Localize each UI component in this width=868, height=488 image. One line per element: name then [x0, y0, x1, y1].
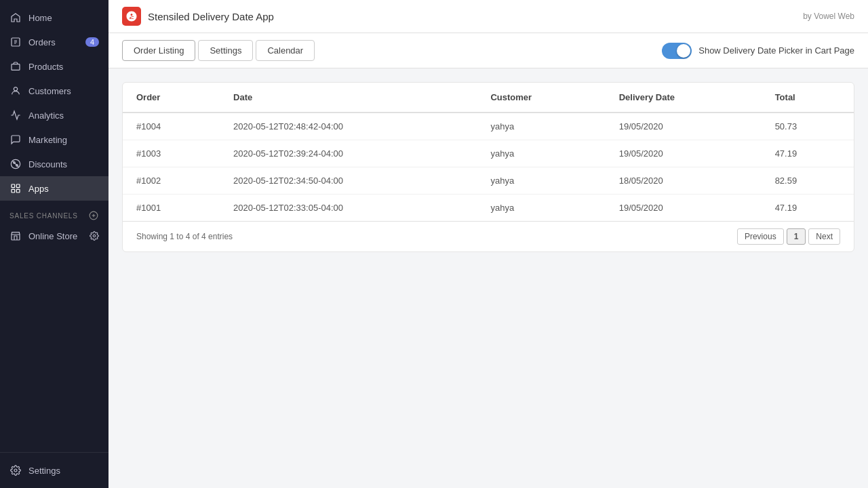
- store-settings-icon[interactable]: [90, 231, 99, 241]
- cell-order: #1002: [123, 167, 220, 195]
- sidebar-bottom: Settings: [0, 452, 108, 488]
- cell-total: 47.19: [762, 195, 854, 222]
- orders-badge: 4: [85, 37, 99, 47]
- sidebar-label-analytics: Analytics: [28, 110, 64, 121]
- sidebar-label-home: Home: [28, 13, 52, 23]
- sidebar-item-online-store[interactable]: Online Store: [0, 224, 108, 248]
- cell-total: 47.19: [762, 140, 854, 167]
- tabs-row: Order Listing Settings Calendar Show Del…: [108, 33, 868, 68]
- add-sales-channel-icon[interactable]: [88, 210, 99, 221]
- cell-total: 82.59: [762, 167, 854, 195]
- sidebar-label-marketing: Marketing: [28, 135, 67, 145]
- pagination: Previous 1 Next: [737, 228, 840, 245]
- sidebar-item-apps[interactable]: Apps: [0, 176, 108, 201]
- toggle-area: Show Delivery Date Picker in Cart Page: [662, 43, 854, 59]
- svg-rect-8: [12, 189, 15, 192]
- sidebar-label-settings: Settings: [28, 466, 60, 476]
- cell-delivery_date: 18/05/2020: [606, 167, 762, 195]
- orders-icon: [9, 36, 22, 48]
- table-footer: Showing 1 to 4 of 4 entries Previous 1 N…: [123, 221, 854, 251]
- table-body: #10042020-05-12T02:48:42-04:00yahya19/05…: [123, 113, 854, 221]
- tab-settings[interactable]: Settings: [198, 40, 253, 61]
- cell-customer: yahya: [477, 167, 605, 195]
- main-content: Stensiled Delivery Date App by Vowel Web…: [108, 0, 868, 488]
- svg-line-4: [12, 161, 18, 167]
- sidebar: Home Orders 4 Products: [0, 0, 108, 488]
- svg-rect-6: [12, 184, 15, 188]
- sidebar-label-products: Products: [28, 62, 63, 72]
- cell-order: #1001: [123, 195, 220, 222]
- cell-order: #1003: [123, 140, 220, 167]
- cell-customer: yahya: [477, 113, 605, 140]
- discounts-icon: [9, 158, 22, 170]
- cell-delivery_date: 19/05/2020: [606, 140, 762, 167]
- sidebar-label-apps: Apps: [28, 184, 49, 194]
- sidebar-item-home[interactable]: Home: [0, 5, 108, 30]
- topbar-vendor: by Vowel Web: [803, 12, 854, 21]
- sidebar-item-orders[interactable]: Orders 4: [0, 30, 108, 54]
- svg-rect-7: [16, 184, 20, 188]
- showing-entries: Showing 1 to 4 of 4 entries: [136, 232, 233, 241]
- sidebar-nav: Home Orders 4 Products: [0, 0, 108, 452]
- sidebar-item-settings[interactable]: Settings: [0, 458, 108, 483]
- sales-channels-section: Sales Channels: [0, 201, 108, 224]
- sidebar-item-products[interactable]: Products: [0, 54, 108, 79]
- col-order: Order: [123, 83, 220, 113]
- sidebar-item-analytics[interactable]: Analytics: [0, 103, 108, 127]
- products-icon: [9, 60, 22, 73]
- prev-page-button[interactable]: Previous: [737, 228, 784, 245]
- analytics-icon: [9, 109, 22, 121]
- delivery-date-toggle[interactable]: [662, 43, 692, 59]
- sidebar-item-marketing[interactable]: Marketing: [0, 127, 108, 152]
- table-row: #10022020-05-12T02:34:50-04:00yahya18/05…: [123, 167, 854, 195]
- col-date: Date: [220, 83, 477, 113]
- app-title: Stensiled Delivery Date App: [148, 11, 274, 22]
- orders-table-container: Order Date Customer Delivery Date Total …: [122, 82, 854, 252]
- sidebar-item-discounts[interactable]: Discounts: [0, 152, 108, 176]
- col-total: Total: [762, 83, 854, 113]
- cell-customer: yahya: [477, 195, 605, 222]
- content-area: Order Date Customer Delivery Date Total …: [108, 68, 868, 488]
- sidebar-label-online-store: Online Store: [28, 231, 77, 241]
- cell-delivery_date: 19/05/2020: [606, 195, 762, 222]
- cell-date: 2020-05-12T02:48:42-04:00: [220, 113, 477, 140]
- cell-customer: yahya: [477, 140, 605, 167]
- topbar: Stensiled Delivery Date App by Vowel Web: [108, 0, 868, 33]
- store-icon: [9, 230, 22, 242]
- tab-calendar[interactable]: Calendar: [256, 40, 315, 61]
- cell-date: 2020-05-12T02:33:05-04:00: [220, 195, 477, 222]
- toggle-label: Show Delivery Date Picker in Cart Page: [698, 45, 854, 56]
- orders-table: Order Date Customer Delivery Date Total …: [123, 83, 854, 221]
- cell-delivery_date: 19/05/2020: [606, 113, 762, 140]
- sidebar-label-customers: Customers: [28, 86, 71, 96]
- next-page-button[interactable]: Next: [808, 228, 840, 245]
- svg-point-13: [93, 235, 96, 237]
- home-icon: [9, 12, 22, 24]
- marketing-icon: [9, 134, 22, 146]
- table-row: #10012020-05-12T02:33:05-04:00yahya19/05…: [123, 195, 854, 222]
- tab-order-listing[interactable]: Order Listing: [122, 40, 195, 61]
- table-row: #10032020-05-12T02:39:24-04:00yahya19/05…: [123, 140, 854, 167]
- table-header: Order Date Customer Delivery Date Total: [123, 83, 854, 113]
- sidebar-label-discounts: Discounts: [28, 159, 67, 169]
- settings-icon: [9, 464, 22, 476]
- cell-date: 2020-05-12T02:34:50-04:00: [220, 167, 477, 195]
- cell-order: #1004: [123, 113, 220, 140]
- sidebar-item-customers[interactable]: Customers: [0, 79, 108, 103]
- col-customer: Customer: [477, 83, 605, 113]
- table-row: #10042020-05-12T02:48:42-04:00yahya19/05…: [123, 113, 854, 140]
- col-delivery-date: Delivery Date: [606, 83, 762, 113]
- app-logo: [122, 7, 141, 26]
- svg-point-14: [14, 469, 17, 472]
- apps-icon: [9, 182, 22, 195]
- app-title-area: Stensiled Delivery Date App: [122, 7, 274, 26]
- svg-point-1: [14, 87, 17, 91]
- sales-channels-label: Sales Channels: [9, 212, 78, 220]
- customers-icon: [9, 85, 22, 97]
- cell-date: 2020-05-12T02:39:24-04:00: [220, 140, 477, 167]
- current-page-button[interactable]: 1: [787, 228, 806, 245]
- svg-rect-9: [16, 189, 20, 192]
- cell-total: 50.73: [762, 113, 854, 140]
- sidebar-label-orders: Orders: [28, 37, 56, 47]
